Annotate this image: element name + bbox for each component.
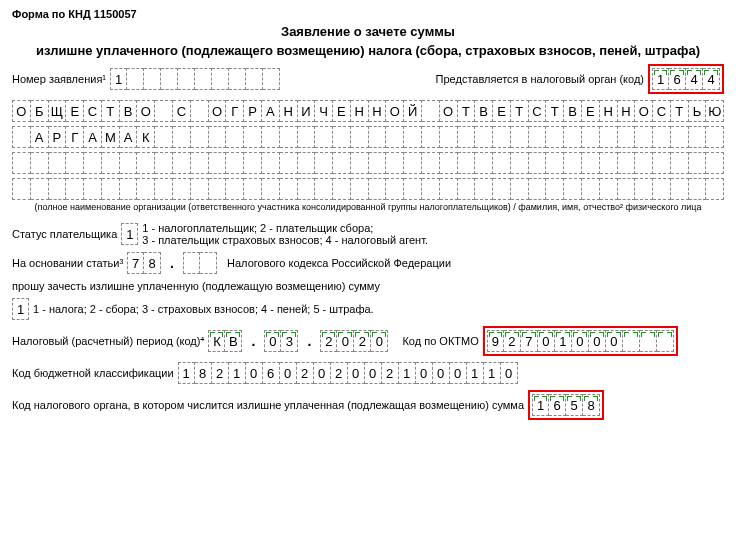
cell[interactable]	[564, 126, 582, 148]
cell[interactable]	[333, 126, 351, 148]
cell[interactable]	[475, 178, 493, 200]
cell[interactable]	[706, 178, 724, 200]
cell[interactable]	[475, 126, 493, 148]
cell[interactable]	[209, 126, 227, 148]
cell[interactable]: 1	[121, 223, 138, 245]
cell[interactable]	[200, 252, 217, 274]
cell[interactable]: А	[120, 126, 138, 148]
cell[interactable]	[600, 152, 618, 174]
cell[interactable]: Р	[49, 126, 67, 148]
cell[interactable]: 1	[229, 362, 246, 384]
cell[interactable]	[404, 152, 422, 174]
office2-cells[interactable]: 1658	[532, 394, 600, 416]
cell[interactable]	[161, 68, 178, 90]
cell[interactable]: А	[31, 126, 49, 148]
cell[interactable]	[84, 152, 102, 174]
cell[interactable]	[262, 178, 280, 200]
cell[interactable]	[404, 126, 422, 148]
cell[interactable]: В	[120, 100, 138, 122]
cell[interactable]	[120, 152, 138, 174]
cell[interactable]	[386, 126, 404, 148]
cell[interactable]: Е	[582, 100, 600, 122]
cell[interactable]	[657, 330, 674, 352]
cell[interactable]	[351, 178, 369, 200]
cell[interactable]	[262, 126, 280, 148]
cell[interactable]: 7	[521, 330, 538, 352]
cell[interactable]	[640, 330, 657, 352]
cell[interactable]	[458, 178, 476, 200]
cell[interactable]	[191, 100, 209, 122]
cell[interactable]: Н	[618, 100, 636, 122]
cell[interactable]	[280, 152, 298, 174]
article-cells-2[interactable]	[183, 252, 217, 274]
cell[interactable]	[183, 252, 200, 274]
cell[interactable]: А	[262, 100, 280, 122]
cell[interactable]	[155, 126, 173, 148]
cell[interactable]	[226, 126, 244, 148]
cell[interactable]	[173, 126, 191, 148]
cell[interactable]: Е	[493, 100, 511, 122]
cell[interactable]: 1	[12, 298, 29, 320]
cell[interactable]: 7	[127, 252, 144, 274]
cell[interactable]: 4	[686, 68, 703, 90]
cell[interactable]	[546, 178, 564, 200]
cell[interactable]	[440, 152, 458, 174]
cell[interactable]	[155, 152, 173, 174]
cell[interactable]	[600, 178, 618, 200]
cell[interactable]	[475, 152, 493, 174]
cell[interactable]	[280, 178, 298, 200]
cell[interactable]	[262, 152, 280, 174]
cell[interactable]: 2	[212, 362, 229, 384]
cell[interactable]	[653, 152, 671, 174]
cell[interactable]: Т	[458, 100, 476, 122]
org-name-row-1[interactable]: ОБЩЕСТВОСОГРАНИЧЕННОЙОТВЕТСТВЕННОСТЬЮ	[12, 100, 724, 122]
cell[interactable]	[582, 126, 600, 148]
cell[interactable]: Ч	[315, 100, 333, 122]
cell[interactable]	[212, 68, 229, 90]
cell[interactable]: В	[564, 100, 582, 122]
cell[interactable]: 2	[354, 330, 371, 352]
cell[interactable]: К	[208, 330, 225, 352]
cell[interactable]: 0	[365, 362, 382, 384]
cell[interactable]	[458, 126, 476, 148]
org-name-block[interactable]: ОБЩЕСТВОСОГРАНИЧЕННОЙОТВЕТСТВЕННОСТЬЮ АР…	[12, 100, 724, 200]
cell[interactable]	[144, 68, 161, 90]
cell[interactable]	[315, 152, 333, 174]
cell[interactable]	[49, 178, 67, 200]
cell[interactable]	[440, 126, 458, 148]
oktmo-cells[interactable]: 92701000	[487, 330, 674, 352]
cell[interactable]: Е	[333, 100, 351, 122]
cell[interactable]	[173, 178, 191, 200]
cell[interactable]	[195, 68, 212, 90]
cell[interactable]	[635, 152, 653, 174]
cell[interactable]	[618, 152, 636, 174]
cell[interactable]: 3	[281, 330, 298, 352]
cell[interactable]	[493, 178, 511, 200]
cell[interactable]: Е	[66, 100, 84, 122]
cell[interactable]	[529, 152, 547, 174]
period-cells-3[interactable]: 2020	[320, 330, 388, 352]
cell[interactable]	[263, 68, 280, 90]
cell[interactable]: С	[529, 100, 547, 122]
cell[interactable]	[127, 68, 144, 90]
cell[interactable]: 4	[703, 68, 720, 90]
kbk-cells[interactable]: 18210602020021000110	[178, 362, 518, 384]
cell[interactable]	[618, 126, 636, 148]
cell[interactable]	[386, 178, 404, 200]
cell[interactable]: Н	[600, 100, 618, 122]
cell[interactable]: О	[137, 100, 155, 122]
cell[interactable]	[12, 178, 31, 200]
cell[interactable]	[137, 152, 155, 174]
cell[interactable]: О	[635, 100, 653, 122]
cell[interactable]	[493, 152, 511, 174]
cell[interactable]	[422, 100, 440, 122]
cell[interactable]: 8	[583, 394, 600, 416]
cell[interactable]	[671, 178, 689, 200]
cell[interactable]	[298, 178, 316, 200]
cell[interactable]	[84, 178, 102, 200]
cell[interactable]: Р	[244, 100, 262, 122]
cell[interactable]	[120, 178, 138, 200]
cell[interactable]: Й	[404, 100, 422, 122]
cell[interactable]: 1	[467, 362, 484, 384]
cell[interactable]	[226, 178, 244, 200]
